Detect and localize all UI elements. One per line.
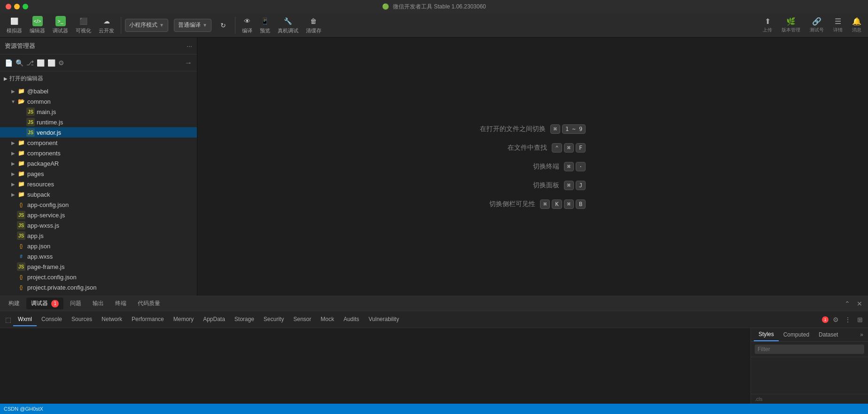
js-file-icon: JS xyxy=(26,107,35,116)
settings-button[interactable]: ⚙ xyxy=(830,314,841,325)
upload-label: 上传 xyxy=(763,27,772,33)
refresh-button[interactable]: ↻ xyxy=(215,18,231,32)
tree-item-components[interactable]: ▶ 📁 components xyxy=(0,148,197,158)
tree-item-project-config[interactable]: {} project.config.json xyxy=(0,272,197,282)
devtools-content: Styles Computed Dataset » .cls xyxy=(0,328,868,404)
tab-audits[interactable]: Audits xyxy=(339,313,364,326)
panel-close-button[interactable]: ✕ xyxy=(855,299,864,308)
preview-button[interactable]: 📱 预览 xyxy=(257,14,273,36)
tree-item-page-frame[interactable]: JS page-frame.js xyxy=(0,261,197,272)
tree-item-app-config[interactable]: {} app-config.json xyxy=(0,199,197,210)
tree-item-main-js[interactable]: JS main.js xyxy=(0,107,197,117)
tree-item-common[interactable]: ▼ 📂 common xyxy=(0,96,197,107)
undock-button[interactable]: ⊞ xyxy=(855,314,865,325)
tab-styles[interactable]: Styles xyxy=(754,328,779,341)
tree-item-project-private-config[interactable]: {} project.private.config.json xyxy=(0,282,197,292)
realtest-button[interactable]: 🔧 真机调试 xyxy=(275,14,301,36)
simulator-label: 模拟器 xyxy=(7,27,22,34)
tab-storage[interactable]: Storage xyxy=(230,313,259,326)
tab-terminal[interactable]: 终端 xyxy=(110,298,131,309)
tree-item-vendor-js[interactable]: JS vendor.js xyxy=(0,127,197,138)
window-controls[interactable] xyxy=(6,4,28,9)
folder-icon: 📁 xyxy=(17,190,25,199)
tab-debugger[interactable]: 调试器 1 xyxy=(26,298,63,309)
mode-select[interactable]: 小程序模式 ▼ xyxy=(125,19,168,32)
tree-item-app-wxss-js[interactable]: JS app-wxss.js xyxy=(0,220,197,230)
tab-output[interactable]: 输出 xyxy=(88,298,109,309)
upload-button[interactable]: ⬆ 上传 xyxy=(760,15,775,35)
test-button[interactable]: 🔗 测试号 xyxy=(807,15,827,35)
folder-icon: 📁 xyxy=(17,180,25,188)
visualize-button[interactable]: ⬛ 可视化 xyxy=(73,14,94,36)
search-button[interactable]: 🔍 xyxy=(16,59,23,67)
sidebar-more-button[interactable]: ··· xyxy=(187,42,192,50)
tab-performance[interactable]: Performance xyxy=(127,313,169,326)
sidebar-toggle-button[interactable]: → xyxy=(185,59,192,67)
tab-code-quality[interactable]: 代码质量 xyxy=(133,298,165,309)
tree-item-app-json[interactable]: {} app.json xyxy=(0,241,197,251)
tab-dataset[interactable]: Dataset xyxy=(814,329,843,341)
tab-vulnerability-label: Vulnerability xyxy=(368,316,399,322)
tab-issues[interactable]: 问题 xyxy=(65,298,86,309)
clearcache-button[interactable]: 🗑 清缓存 xyxy=(303,14,324,36)
close-button[interactable] xyxy=(6,4,11,9)
editor-icon: </> xyxy=(32,16,43,26)
editor-button[interactable]: </> 编辑器 xyxy=(27,14,48,36)
tab-console-label: Console xyxy=(41,316,62,322)
panel-minimize-button[interactable]: ⌃ xyxy=(843,299,852,308)
version-icon: 🌿 xyxy=(786,17,796,26)
tree-item-babel[interactable]: ▶ 📁 @babel xyxy=(0,86,197,96)
debugger-button[interactable]: >_ 调试器 xyxy=(50,14,71,36)
tab-sensor[interactable]: Sensor xyxy=(289,313,316,326)
spacer xyxy=(9,242,17,250)
tree-item-resources[interactable]: ▶ 📁 resources xyxy=(0,179,197,189)
collapse-all-button[interactable]: ⬜ xyxy=(47,59,55,67)
filter-button[interactable]: ⚙ xyxy=(58,59,64,67)
cloud-button[interactable]: ☁ 云开发 xyxy=(96,14,117,36)
tree-item-packagear[interactable]: ▶ 📁 packageAR xyxy=(0,158,197,169)
tab-computed[interactable]: Computed xyxy=(779,329,814,341)
inspect-element-button[interactable]: ⬚ xyxy=(3,314,13,325)
styles-filter-input[interactable] xyxy=(755,345,864,354)
tree-item-app-wxss[interactable]: # app.wxss xyxy=(0,251,197,261)
minimize-button[interactable] xyxy=(14,4,20,9)
compile-label: 普通编译 xyxy=(178,21,201,29)
tab-vulnerability[interactable]: Vulnerability xyxy=(364,313,404,326)
compile-select[interactable]: 普通编译 ▼ xyxy=(174,19,211,32)
more-options-button[interactable]: ⋮ xyxy=(843,314,853,325)
open-editors-header[interactable]: ▶ 打开的编辑器 xyxy=(0,73,197,84)
tree-item-subpack[interactable]: ▶ 📁 subpack xyxy=(0,189,197,199)
notice-icon: 🔔 xyxy=(852,17,861,26)
tree-item-app-js[interactable]: JS app.js xyxy=(0,230,197,241)
new-file-button[interactable]: 📄 xyxy=(5,59,13,67)
visualize-label: 可视化 xyxy=(76,27,91,34)
translate-button[interactable]: 👁 编译 xyxy=(239,14,255,36)
tree-item-runtime-js[interactable]: JS runtime.js xyxy=(0,117,197,127)
tree-item-pages[interactable]: ▶ 📁 pages xyxy=(0,169,197,179)
sidebar-title: 资源管理器 xyxy=(5,42,35,50)
tab-sources[interactable]: Sources xyxy=(67,313,97,326)
tree-item-sitemap[interactable]: {} sitemap.json xyxy=(0,292,197,296)
right-panel-more-button[interactable]: » xyxy=(858,330,865,340)
tab-appdata[interactable]: AppData xyxy=(198,313,230,326)
version-button[interactable]: 🌿 版本管理 xyxy=(779,15,803,35)
maximize-button[interactable] xyxy=(23,4,28,9)
tab-security[interactable]: Security xyxy=(259,313,289,326)
notice-button[interactable]: 🔔 消息 xyxy=(849,15,864,35)
tree-item-app-service[interactable]: JS app-service.js xyxy=(0,210,197,220)
tab-memory[interactable]: Memory xyxy=(169,313,198,326)
tree-item-component[interactable]: ▶ 📁 component xyxy=(0,138,197,148)
detail-button[interactable]: ☰ 详情 xyxy=(830,15,845,35)
tab-terminal-label: 终端 xyxy=(115,300,126,307)
simulator-button[interactable]: ⬜ 模拟器 xyxy=(4,14,25,36)
bottom-tabs-bar: 构建 调试器 1 问题 输出 终端 代码质量 ⌃ ✕ xyxy=(0,296,868,311)
realtest-icon: 🔧 xyxy=(283,16,293,26)
tab-mock[interactable]: Mock xyxy=(316,313,339,326)
source-control-button[interactable]: ⎇ xyxy=(26,59,34,67)
tab-build[interactable]: 构建 xyxy=(4,298,24,309)
tab-console[interactable]: Console xyxy=(37,313,67,326)
tab-wxml[interactable]: Wxml xyxy=(13,313,37,326)
tab-network[interactable]: Network xyxy=(97,313,127,326)
editor-area: 在打开的文件之间切换 ⌘ 1 ~ 9 在文件中查找 ⌃ ⌘ F 切换终端 ⌘ xyxy=(197,38,868,296)
split-button[interactable]: ⬜ xyxy=(37,59,45,67)
